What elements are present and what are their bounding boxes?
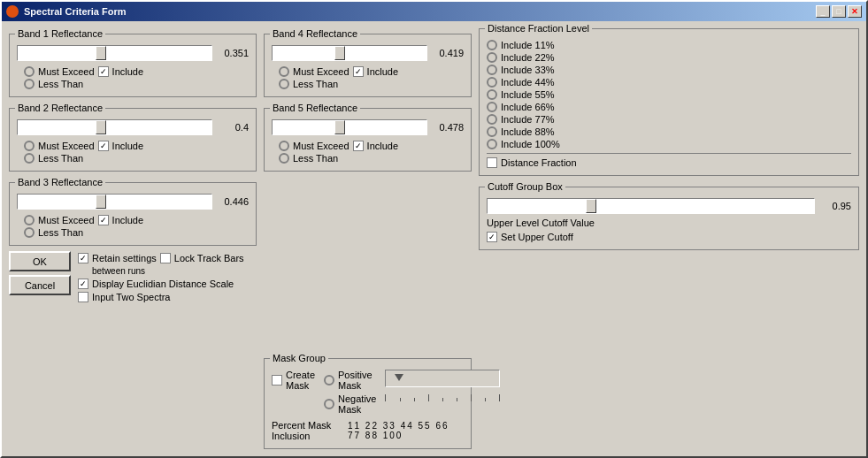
- close-button[interactable]: ✕: [848, 5, 862, 18]
- band4-slider[interactable]: [272, 45, 427, 61]
- retain-settings-label: Retain settings: [92, 253, 157, 263]
- cutoff-slider-row: 0.95: [487, 198, 851, 214]
- band2-less-than-radio[interactable]: [24, 153, 35, 164]
- input-two-spectra-checkbox[interactable]: [78, 292, 88, 302]
- df-radio-include-88[interactable]: [487, 126, 497, 137]
- set-upper-cutoff-checkbox[interactable]: [487, 232, 497, 242]
- band4-label: Band 4 Reflectance: [270, 28, 360, 39]
- band1-thumb[interactable]: [96, 46, 106, 60]
- band1-slider[interactable]: [17, 45, 212, 61]
- positive-mask-radio[interactable]: [324, 375, 334, 385]
- band4-value: 0.419: [433, 48, 464, 58]
- band2-include-checkbox[interactable]: [98, 141, 109, 151]
- band3-slider[interactable]: [17, 194, 212, 210]
- bottom-row: OK Cancel Retain settings Lock Track Bar…: [9, 251, 257, 306]
- cutoff-slider[interactable]: [487, 198, 815, 214]
- input-two-spectra-row: Input Two Spectra: [78, 292, 244, 302]
- band2-must-exceed-row: Must Exceed Include: [24, 141, 249, 151]
- band5-less-than-radio[interactable]: [279, 153, 289, 164]
- df-label-6: Include 77%: [501, 114, 555, 125]
- df-radio-include-22[interactable]: [487, 52, 497, 63]
- band1-less-than-label: Less Than: [38, 79, 83, 89]
- maximize-button[interactable]: □: [832, 5, 846, 18]
- df-radio-include-55[interactable]: [487, 89, 497, 100]
- band1-include-checkbox[interactable]: [98, 66, 109, 77]
- df-radio-include-66[interactable]: [487, 102, 497, 112]
- band4-must-exceed-label: Must Exceed: [293, 66, 350, 77]
- band4-must-exceed-radio[interactable]: [279, 66, 289, 77]
- create-mask-checkbox[interactable]: [272, 375, 282, 385]
- mask-group-label: Mask Group: [270, 353, 328, 363]
- percent-ticks-display: 11 22 33 44 55 66 77 88 100: [348, 421, 464, 440]
- band2-less-than-row: Less Than: [24, 153, 249, 164]
- negative-mask-row: Negative Mask: [324, 393, 376, 415]
- display-euclidian-checkbox[interactable]: [78, 279, 88, 289]
- ok-button[interactable]: OK: [9, 251, 71, 271]
- divider: [487, 153, 851, 154]
- band5-radio-group: Must Exceed Include Less Than: [272, 141, 464, 164]
- band3-must-exceed-radio[interactable]: [24, 215, 35, 225]
- band4-less-than-radio[interactable]: [279, 79, 289, 89]
- band3-include-checkbox[interactable]: [98, 215, 109, 225]
- band3-group: Band 3 Reflectance 0.446 Must Exceed Inc…: [9, 182, 257, 246]
- df-radio-include-11[interactable]: [487, 40, 497, 50]
- distance-fraction-checkbox[interactable]: [487, 157, 497, 168]
- band5-slider[interactable]: [272, 119, 427, 135]
- retain-settings-checkbox[interactable]: [78, 253, 88, 263]
- band5-thumb[interactable]: [334, 120, 345, 134]
- band5-include-checkbox[interactable]: [353, 141, 364, 151]
- band4-slider-row: 0.419: [272, 45, 464, 61]
- df-radio-2: Include 33%: [487, 65, 851, 75]
- band2-must-exceed-radio[interactable]: [24, 141, 35, 151]
- mask-slider-thumb[interactable]: [395, 374, 403, 381]
- band1-must-exceed-label: Must Exceed: [38, 66, 95, 77]
- df-radio-include-44[interactable]: [487, 77, 497, 88]
- band4-include-label: Include: [367, 66, 398, 77]
- tick-7: [471, 394, 472, 401]
- df-radio-include-33[interactable]: [487, 65, 497, 75]
- negative-mask-label: Negative Mask: [338, 393, 376, 415]
- tick-9: [499, 394, 500, 401]
- band3-less-than-radio[interactable]: [24, 227, 35, 238]
- band1-less-than-radio[interactable]: [24, 79, 35, 89]
- band5-label: Band 5 Reflectance: [270, 103, 360, 113]
- lock-track-bars-checkbox[interactable]: [160, 253, 171, 263]
- band5-must-exceed-label: Must Exceed: [293, 141, 350, 151]
- df-radio-5: Include 66%: [487, 102, 851, 112]
- band5-value: 0.478: [433, 122, 464, 133]
- app-icon: [6, 5, 19, 18]
- band2-slider[interactable]: [17, 119, 212, 135]
- tick-6: [457, 398, 457, 401]
- band1-label: Band 1 Reflectance: [15, 28, 105, 39]
- distance-fraction-title: Distance Fraction Level: [485, 23, 592, 34]
- band1-must-exceed-row: Must Exceed Include: [24, 66, 249, 77]
- cancel-button[interactable]: Cancel: [9, 275, 71, 295]
- set-upper-cutoff-label: Set Upper Cutoff: [501, 232, 573, 242]
- negative-mask-radio[interactable]: [324, 399, 334, 409]
- tick-8: [485, 398, 486, 401]
- band3-include-label: Include: [112, 215, 143, 225]
- cutoff-slider-thumb[interactable]: [586, 199, 596, 213]
- options-group: Retain settings Lock Track Bars between …: [78, 253, 244, 302]
- band5-must-exceed-radio[interactable]: [279, 141, 289, 151]
- distance-fraction-label: Distance Fraction: [501, 157, 577, 168]
- create-mask-label: Create Mask: [286, 370, 315, 391]
- df-radio-include-100[interactable]: [487, 139, 497, 149]
- band2-thumb[interactable]: [96, 120, 106, 134]
- band4-thumb[interactable]: [334, 46, 345, 60]
- band2-value: 0.4: [218, 122, 249, 133]
- minimize-button[interactable]: _: [816, 5, 830, 18]
- band3-thumb[interactable]: [96, 195, 106, 209]
- band1-must-exceed-radio[interactable]: [24, 66, 35, 77]
- mask-inner: Create Mask Positive Mask Negative: [272, 370, 464, 441]
- button-group: OK Cancel: [9, 251, 71, 295]
- title-bar-buttons: _ □ ✕: [816, 5, 862, 18]
- mask-slider[interactable]: [385, 370, 500, 387]
- band2-include-label: Include: [112, 141, 143, 151]
- band1-less-than-row: Less Than: [24, 79, 249, 89]
- band4-include-checkbox[interactable]: [353, 66, 364, 77]
- df-label-7: Include 88%: [501, 126, 555, 137]
- band4-must-exceed-row: Must Exceed Include: [279, 66, 464, 77]
- display-euclidian-label: Display Euclidian Distance Scale: [92, 279, 234, 289]
- df-radio-include-77[interactable]: [487, 114, 497, 125]
